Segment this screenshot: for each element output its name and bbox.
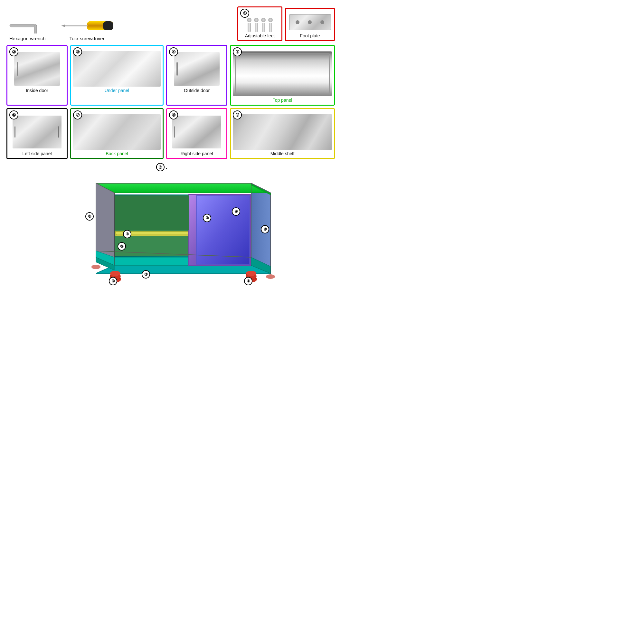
torx-screwdriver-icon [58,18,116,34]
under-panel-label: Under panel [105,88,129,93]
svg-marker-12 [96,183,270,193]
part-foot-plate: Foot plate [285,8,335,41]
svg-rect-5 [64,25,88,26]
part-outside-door: ④ Outside door [166,45,227,106]
cabinet-diagram: ⑤ . [61,162,280,298]
part-number-4: ④ [169,47,178,56]
diagram-badge-7: ⑦ [123,230,131,238]
svg-rect-4 [103,21,113,30]
foot-plate-image [289,13,331,32]
svg-point-35 [266,274,275,279]
part-inside-door: ② Inside door [6,45,68,106]
diagram-badge-8: ⑧ [261,225,269,233]
diagram-badge-3: ③ [142,270,150,279]
parts-layout: ② Inside door ③ Under panel ④ Outside do… [6,45,335,159]
svg-point-33 [246,271,256,276]
diagram-label-5-top: ⑤ . [156,163,167,171]
part-number-8: ⑧ [169,110,178,119]
torx-screwdriver-label: Torx screwdriver [69,36,104,41]
parts-row-2: ⑥ Left side panel ⑦ Back panel ⑧ [6,108,335,159]
diagram-badge-1-left: ① [109,277,117,285]
part-number-1a: ① [240,9,249,18]
middle-shelf-image [233,114,332,150]
part-number-9: ⑨ [233,110,242,119]
header-area: Hexagon wrench [6,6,335,41]
inside-door-label: Inside door [26,88,48,93]
part-number-6: ⑥ [9,110,18,119]
tool-torx-screwdriver: Torx screwdriver [58,18,116,41]
hexagon-wrench-icon [6,18,48,34]
left-side-panel-image [9,114,65,150]
svg-rect-0 [10,24,35,27]
part-number-2: ② [9,47,18,56]
outside-door-image [169,51,224,87]
part-left-side-panel: ⑥ Left side panel [6,108,68,159]
diagram-badge-4: ④ [232,207,240,216]
foot-peg-2 [254,18,259,32]
top-panel-image [233,51,332,96]
left-side-panel-label: Left side panel [22,151,52,156]
diagram-badge-6: ⑥ [85,212,94,221]
part-adjustable-feet: ① Adjustabl [237,6,282,41]
part-number-3: ③ [73,47,82,56]
hexagon-wrench-label: Hexagon wrench [9,36,46,41]
svg-rect-26 [196,195,250,264]
back-panel-image [73,114,161,150]
diagram-number-5-text: . [166,165,167,170]
foot-peg-4 [268,18,273,32]
part-number-7: ⑦ [73,110,82,119]
outside-door-label: Outside door [184,88,210,93]
tools-group: Hexagon wrench [6,18,116,41]
part-under-panel: ③ Under panel [70,45,164,106]
adjustable-feet-image [247,13,273,32]
middle-shelf-label: Middle shelf [270,151,295,156]
diagram-badge-9: ⑨ [118,242,126,251]
tool-hexagon-wrench: Hexagon wrench [6,18,48,41]
top-panel-label: Top panel [273,98,292,103]
svg-rect-27 [115,195,189,230]
part-number-5: ⑤ [233,47,242,56]
cabinet-section: ⑤ . [6,162,335,298]
svg-marker-6 [61,24,65,27]
svg-point-30 [110,271,120,276]
svg-point-34 [91,265,100,269]
foot-plate-label: Foot plate [300,33,320,38]
foot-peg-1 [247,18,251,32]
right-side-panel-image [169,114,224,150]
part-back-panel: ⑦ Back panel [70,108,164,159]
part-top-panel: ⑤ Top panel [230,45,335,106]
parts-row-1: ② Inside door ③ Under panel ④ Outside do… [6,45,335,106]
under-panel-image [73,51,161,87]
adjustable-feet-label: Adjustable feet [245,33,275,38]
foot-peg-3 [261,18,266,32]
part-right-side-panel: ⑧ Right side panel [166,108,227,159]
svg-marker-11 [96,265,270,273]
right-side-panel-label: Right side panel [181,151,213,156]
svg-rect-1 [34,24,37,33]
inside-door-image [9,51,65,87]
top-numbered-parts: ① Adjustabl [237,6,335,41]
part-middle-shelf: ⑨ Middle shelf [230,108,335,159]
diagram-badge-1-right: ① [244,277,252,285]
back-panel-label: Back panel [106,151,128,156]
diagram-badge-2: ② [203,214,211,222]
diagram-badge-5-top: ⑤ [156,163,165,171]
